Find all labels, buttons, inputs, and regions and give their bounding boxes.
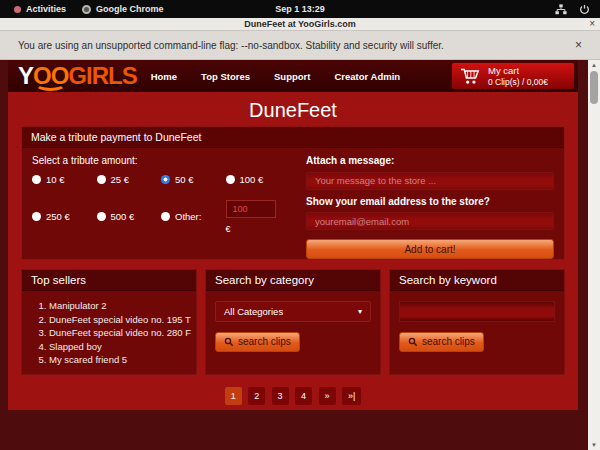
amount-option-250[interactable]: 250 € (32, 198, 97, 234)
page-button-2[interactable]: 2 (248, 387, 265, 405)
chrome-infobar: You are using an unsupported command-lin… (0, 31, 600, 60)
amount-label: Other: (175, 211, 201, 222)
amount-options: 10 € 25 € 50 € (32, 174, 290, 234)
window-titlebar: DuneFeet at YooGirls.com × (0, 18, 600, 31)
add-to-cart-button[interactable]: Add to cart! (306, 239, 554, 259)
search-button-label: search clips (422, 336, 475, 347)
page-button-last[interactable]: »| (342, 387, 361, 405)
page-button-3[interactable]: 3 (272, 387, 289, 405)
clock[interactable]: Sep 1 13:29 (0, 4, 600, 14)
page-title: DuneFeet (8, 92, 578, 126)
radio-icon[interactable] (32, 212, 41, 221)
amount-option-other[interactable]: Other: (161, 198, 226, 234)
keyword-search-header: Search by keyword (390, 270, 564, 291)
system-top-bar: Activities Google Chrome Sep 1 13:29 (0, 0, 600, 18)
other-amount-input[interactable] (226, 200, 276, 218)
amount-option-100[interactable]: 100 € (226, 174, 291, 185)
page-button-4[interactable]: 4 (295, 387, 312, 405)
amount-label: 100 € (240, 174, 264, 185)
my-cart-widget[interactable]: My cart 0 Clip(s) / 0,00€ (452, 63, 574, 89)
browser-viewport: YOOGIRLS Home Top Stores Support Creator… (0, 60, 588, 450)
amount-option-10[interactable]: 10 € (32, 174, 97, 185)
top-sellers-panel: Top sellers Manipulator 2 DuneFeet speci… (21, 269, 197, 375)
tribute-panel: Make a tribute payment to DuneFeet Selec… (21, 126, 565, 260)
search-icon (224, 337, 234, 347)
page-content: DuneFeet Make a tribute payment to DuneF… (8, 92, 578, 410)
message-label: Attach a message: (306, 155, 554, 166)
top-seller-item[interactable]: My scared friend 5 (49, 353, 196, 367)
amount-select-label: Select a tribute amount: (32, 155, 290, 166)
search-icon (408, 337, 418, 347)
chevron-down-icon: ▾ (358, 307, 362, 316)
power-icon[interactable] (579, 4, 590, 15)
email-label: Show your email address to the store? (306, 196, 554, 207)
main-nav: Home Top Stores Support Creator Admin (151, 71, 400, 82)
radio-icon[interactable] (97, 212, 106, 221)
amount-label: 10 € (46, 174, 65, 185)
site-logo[interactable]: YOOGIRLS (18, 64, 137, 88)
network-icon[interactable] (555, 4, 567, 15)
top-seller-item[interactable]: Manipulator 2 (49, 299, 196, 313)
nav-home[interactable]: Home (151, 71, 177, 82)
scrollbar[interactable]: ▲ ▼ (588, 60, 600, 450)
site-header: YOOGIRLS Home Top Stores Support Creator… (8, 60, 578, 92)
infobar-message: You are using an unsupported command-lin… (18, 40, 444, 51)
page-button-next[interactable]: » (319, 387, 336, 405)
category-search-button[interactable]: search clips (215, 332, 300, 352)
logo-part-girls: GIRLS (68, 64, 136, 88)
radio-icon[interactable] (97, 175, 106, 184)
logo-part-y: Y (18, 64, 33, 88)
radio-checked-icon[interactable] (161, 175, 170, 184)
keyword-search-button[interactable]: search clips (399, 332, 484, 352)
search-button-label: search clips (238, 336, 291, 347)
email-input[interactable] (306, 212, 554, 230)
scroll-down-icon[interactable]: ▼ (588, 440, 600, 450)
pagination: 1 2 3 4 » »| (8, 385, 578, 405)
category-search-header: Search by category (206, 270, 380, 291)
currency-label: € (226, 224, 291, 234)
top-seller-item[interactable]: DuneFeet special video no. 280 F (49, 326, 196, 340)
top-seller-item[interactable]: Slapped boy (49, 340, 196, 354)
nav-support[interactable]: Support (274, 71, 310, 82)
amount-option-500[interactable]: 500 € (97, 198, 162, 234)
radio-icon[interactable] (226, 175, 235, 184)
window-title: DuneFeet at YooGirls.com (244, 19, 356, 29)
category-select[interactable]: All Categories ▾ (215, 301, 371, 322)
cart-icon (460, 67, 480, 85)
infobar-close-icon[interactable]: × (575, 38, 582, 52)
radio-icon[interactable] (32, 175, 41, 184)
keyword-search-panel: Search by keyword search clips (389, 269, 565, 375)
amount-label: 25 € (111, 174, 130, 185)
tribute-panel-header: Make a tribute payment to DuneFeet (22, 127, 564, 148)
page-button-1[interactable]: 1 (225, 387, 242, 405)
amount-label: 250 € (46, 211, 70, 222)
cart-summary: 0 Clip(s) / 0,00€ (488, 77, 548, 88)
top-sellers-header: Top sellers (22, 270, 196, 291)
message-input[interactable] (306, 172, 554, 190)
category-selected-option: All Categories (224, 306, 283, 317)
keyword-input[interactable] (399, 301, 555, 322)
top-sellers-list: Manipulator 2 DuneFeet special video no.… (22, 299, 196, 367)
amount-option-50-selected[interactable]: 50 € (161, 174, 226, 185)
window-close-icon[interactable]: × (589, 18, 595, 29)
radio-icon[interactable] (161, 212, 170, 221)
category-search-panel: Search by category All Categories ▾ sear… (205, 269, 381, 375)
scroll-up-icon[interactable]: ▲ (588, 60, 600, 70)
amount-label: 500 € (111, 211, 135, 222)
logo-part-oo: OO (33, 64, 68, 88)
top-seller-item[interactable]: DuneFeet special video no. 195 T (49, 313, 196, 327)
scrollbar-thumb[interactable] (590, 71, 598, 104)
amount-label: 50 € (175, 174, 194, 185)
cart-title: My cart (488, 65, 548, 77)
nav-creator-admin[interactable]: Creator Admin (334, 71, 400, 82)
amount-option-25[interactable]: 25 € (97, 174, 162, 185)
nav-top-stores[interactable]: Top Stores (201, 71, 250, 82)
